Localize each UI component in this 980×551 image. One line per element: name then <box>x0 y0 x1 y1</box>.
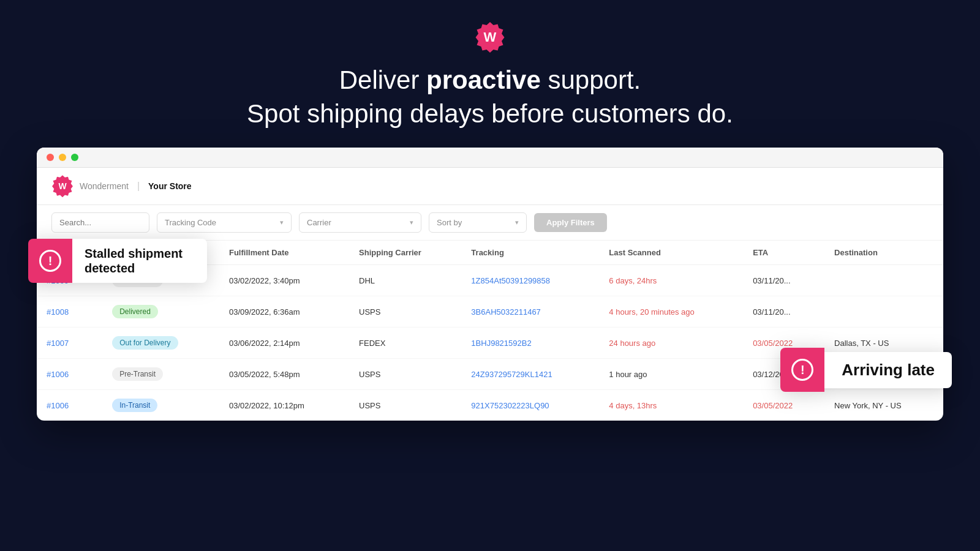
sort-label: Sort by <box>437 218 462 227</box>
sort-by-filter[interactable]: Sort by ▾ <box>429 212 527 233</box>
cell-tracking[interactable]: 24Z937295729KL1421 <box>461 359 599 390</box>
cell-eta: 03/11/20... <box>743 265 824 296</box>
table-row: #1008 Delivered 03/09/2022, 6:36am USPS … <box>37 296 943 328</box>
cell-destination <box>824 265 943 296</box>
cell-tracking[interactable]: 1Z854At50391299858 <box>461 265 599 296</box>
cell-status: Pre-Transit <box>102 359 219 390</box>
browser-dot-close[interactable] <box>47 154 54 161</box>
tracking-code-filter[interactable]: Tracking Code ▾ <box>157 212 292 233</box>
cell-order[interactable]: #1006 <box>37 390 102 421</box>
arriving-text-box: Arriving late <box>824 352 952 388</box>
cell-destination <box>824 296 943 328</box>
status-badge: In-Transit <box>112 399 157 412</box>
col-header-tracking: Tracking <box>461 241 599 265</box>
cell-status: Out for Delivery <box>102 328 219 359</box>
cell-carrier: DHL <box>349 265 461 296</box>
col-header-eta: ETA <box>743 241 824 265</box>
search-input[interactable] <box>51 212 149 233</box>
tracking-link: 921X752302223LQ90 <box>471 401 549 410</box>
cell-fulfillment: 03/06/2022, 2:14pm <box>219 328 349 359</box>
hero-section: W Deliver proactive support. Spot shippi… <box>0 0 980 148</box>
cell-order[interactable]: #1008 <box>37 296 102 328</box>
cell-order[interactable]: #1006 <box>37 359 102 390</box>
cell-destination: New York, NY - US <box>824 390 943 421</box>
hero-title-prefix: Deliver <box>339 66 426 94</box>
arriving-late-tooltip: ! Arriving late <box>780 348 952 392</box>
cell-tracking[interactable]: 3B6AH5032211467 <box>461 296 599 328</box>
sort-chevron-icon: ▾ <box>515 219 519 227</box>
cell-status: In-Transit <box>102 390 219 421</box>
cell-fulfillment: 03/05/2022, 5:48pm <box>219 359 349 390</box>
cell-tracking[interactable]: 921X752302223LQ90 <box>461 390 599 421</box>
cell-last-scanned: 24 hours ago <box>599 328 743 359</box>
tracking-link: 1Z854At50391299858 <box>471 276 550 285</box>
apply-filters-button[interactable]: Apply Filters <box>534 213 607 232</box>
tracking-code-label: Tracking Code <box>165 218 216 227</box>
stalled-text: Stalled shipmentdetected <box>85 246 195 276</box>
app-header: W Wonderment | Your Store <box>37 168 943 205</box>
hero-title: Deliver proactive support. <box>0 64 980 97</box>
status-badge: Out for Delivery <box>112 336 178 350</box>
cell-eta: 03/05/2022 <box>743 390 824 421</box>
table-body: #1009 Pre-Transit 03/02/2022, 3:40pm DHL… <box>37 265 943 421</box>
hero-logo: W <box>0 22 980 53</box>
stalled-text-box: Stalled shipmentdetected <box>72 239 207 283</box>
cell-order[interactable]: #1007 <box>37 328 102 359</box>
order-link: #1007 <box>47 339 69 348</box>
arriving-late-text: Arriving late <box>842 361 935 379</box>
arriving-warning-icon: ! <box>791 359 813 381</box>
col-header-carrier: Shipping Carrier <box>349 241 461 265</box>
stalled-warning-icon: ! <box>39 250 61 272</box>
cell-carrier: USPS <box>349 296 461 328</box>
tracking-link: 3B6AH5032211467 <box>471 307 541 317</box>
wonderment-logo-icon: W <box>475 22 505 53</box>
filters-row: Tracking Code ▾ Carrier ▾ Sort by ▾ Appl… <box>37 205 943 241</box>
cell-carrier: USPS <box>349 390 461 421</box>
col-header-destination: Destination <box>824 241 943 265</box>
cell-fulfillment: 03/02/2022, 10:12pm <box>219 390 349 421</box>
carrier-label: Carrier <box>307 218 331 227</box>
stalled-icon-box: ! <box>28 239 72 283</box>
hero-title-bold: proactive <box>426 66 541 94</box>
stalled-shipment-tooltip: ! Stalled shipmentdetected <box>28 239 207 283</box>
status-badge: Pre-Transit <box>112 367 163 381</box>
browser-dot-minimize[interactable] <box>59 154 66 161</box>
app-brand-separator: | <box>137 181 140 192</box>
cell-tracking[interactable]: 1BHJ9821592B2 <box>461 328 599 359</box>
hero-subtitle: Spot shipping delays before customers do… <box>0 97 980 131</box>
order-link: #1006 <box>47 401 69 410</box>
cell-carrier: USPS <box>349 359 461 390</box>
cell-last-scanned: 6 days, 24hrs <box>599 265 743 296</box>
cell-status: Delivered <box>102 296 219 328</box>
browser-dot-maximize[interactable] <box>71 154 78 161</box>
app-brand-label: Wonderment <box>80 181 129 191</box>
table-row: #1006 In-Transit 03/02/2022, 10:12pm USP… <box>37 390 943 421</box>
order-link: #1006 <box>47 370 69 379</box>
cell-eta: 03/11/20... <box>743 296 824 328</box>
cell-carrier: FEDEX <box>349 328 461 359</box>
cell-fulfillment: 03/09/2022, 6:36am <box>219 296 349 328</box>
cell-fulfillment: 03/02/2022, 3:40pm <box>219 265 349 296</box>
carrier-filter[interactable]: Carrier ▾ <box>299 212 421 233</box>
arriving-icon-box: ! <box>780 348 824 392</box>
cell-last-scanned: 4 hours, 20 minutes ago <box>599 296 743 328</box>
order-link: #1008 <box>47 307 69 317</box>
cell-last-scanned: 1 hour ago <box>599 359 743 390</box>
app-logo-icon: W <box>51 175 74 197</box>
status-badge: Delivered <box>112 305 158 318</box>
tracking-chevron-icon: ▾ <box>280 219 284 227</box>
cell-last-scanned: 4 days, 13hrs <box>599 390 743 421</box>
col-header-lastscanned: Last Scanned <box>599 241 743 265</box>
tracking-link: 24Z937295729KL1421 <box>471 370 552 379</box>
carrier-chevron-icon: ▾ <box>410 219 413 227</box>
browser-titlebar <box>37 148 943 168</box>
app-store-name: Your Store <box>148 181 192 191</box>
tracking-link: 1BHJ9821592B2 <box>471 339 531 348</box>
hero-title-suffix: support. <box>541 66 641 94</box>
col-header-fulfillment: Fulfillment Date <box>219 241 349 265</box>
